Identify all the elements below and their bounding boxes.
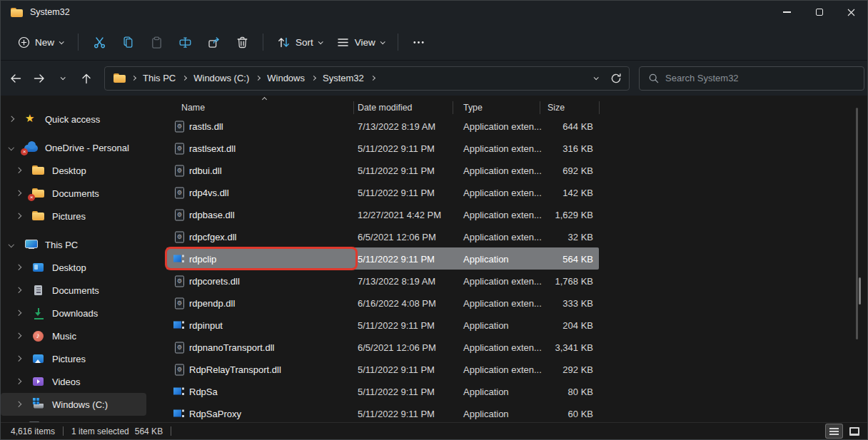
rename-icon xyxy=(178,36,192,49)
file-row[interactable]: RdpRelayTransport.dll 5/11/2022 9:11 PM … xyxy=(163,358,599,380)
column-divider[interactable] xyxy=(540,101,540,114)
file-date-modified: 5/11/2022 9:11 PM xyxy=(358,165,435,175)
file-icon xyxy=(173,275,185,286)
expander-chevron-icon[interactable] xyxy=(9,145,21,150)
file-row[interactable]: rastlsext.dll 5/11/2022 9:11 PM Applicat… xyxy=(163,137,599,159)
expander-chevron-icon[interactable] xyxy=(16,265,29,270)
sidebar-item[interactable]: Pictures xyxy=(1,347,163,370)
share-button[interactable] xyxy=(199,29,228,55)
sidebar-item[interactable]: Desktop xyxy=(1,159,163,182)
expander-chevron-icon[interactable] xyxy=(16,168,29,173)
sidebar-item-label: Music xyxy=(52,331,76,342)
explorer-body: Quick access OneDrive - Personal Desktop xyxy=(1,96,867,422)
delete-button[interactable] xyxy=(228,29,256,55)
breadcrumb-item[interactable]: System32 xyxy=(321,73,365,83)
close-button[interactable] xyxy=(835,1,867,24)
file-row[interactable]: rdp4vs.dll 5/11/2022 9:11 PM Application… xyxy=(163,181,599,203)
file-list-scrollbar[interactable] xyxy=(859,277,861,305)
column-header-name[interactable]: Name xyxy=(181,103,205,113)
file-row[interactable]: rdpendp.dll 6/16/2022 4:08 PM Applicatio… xyxy=(163,292,599,314)
column-divider[interactable] xyxy=(599,101,600,114)
file-date-modified: 5/11/2022 9:11 PM xyxy=(358,364,435,374)
file-row[interactable]: RdpSa 5/11/2022 9:11 PM Application 80 K… xyxy=(163,380,599,402)
sidebar-item[interactable]: Videos xyxy=(1,370,163,393)
maximize-button[interactable] xyxy=(803,1,835,24)
expander-chevron-icon[interactable] xyxy=(9,242,21,247)
up-button[interactable] xyxy=(74,66,98,90)
expander-chevron-icon[interactable] xyxy=(9,117,21,121)
file-row[interactable]: rdpclip 5/11/2022 9:11 PM Application 56… xyxy=(163,247,599,270)
expander-chevron-icon[interactable] xyxy=(16,334,29,338)
expander-chevron-icon[interactable] xyxy=(16,214,29,218)
file-date-modified: 5/11/2022 9:11 PM xyxy=(358,143,435,153)
expander-chevron-icon[interactable] xyxy=(16,191,29,195)
file-date-modified: 6/16/2022 4:08 PM xyxy=(358,297,436,308)
ellipsis-icon xyxy=(412,36,425,49)
minimize-button[interactable] xyxy=(771,1,803,24)
recent-locations-button[interactable] xyxy=(51,66,74,90)
expander-chevron-icon[interactable] xyxy=(16,402,29,406)
breadcrumb-item[interactable]: This PC xyxy=(141,73,177,83)
status-divider xyxy=(171,426,171,436)
file-row[interactable]: rdpcfgex.dll 6/5/2021 12:06 PM Applicati… xyxy=(163,225,599,247)
file-row[interactable]: RdpSaProxy 5/11/2022 9:11 PM Application… xyxy=(163,402,599,422)
column-header-date-modified[interactable]: Date modified xyxy=(358,103,412,113)
file-name: rdbui.dll xyxy=(189,165,222,175)
column-header-type[interactable]: Type xyxy=(463,103,483,113)
sidebar-item-icon xyxy=(24,238,39,251)
sidebar-item[interactable]: Music xyxy=(1,324,163,347)
sidebar-item-icon xyxy=(31,187,46,200)
file-size: 1,629 KB xyxy=(540,209,593,220)
file-name: RdpSa xyxy=(189,386,218,396)
file-icon xyxy=(173,253,185,264)
sidebar-item[interactable]: This PC xyxy=(1,233,163,256)
back-button[interactable] xyxy=(4,66,27,90)
address-dropdown-icon[interactable] xyxy=(594,75,599,80)
search-input[interactable] xyxy=(665,73,857,83)
search-box xyxy=(639,66,864,91)
expander-chevron-icon[interactable] xyxy=(16,379,29,384)
sidebar-item[interactable]: Windows (C:) xyxy=(1,393,146,416)
sidebar-item[interactable]: Documents xyxy=(1,182,163,205)
file-row[interactable]: rdbui.dll 5/11/2022 9:11 PM Application … xyxy=(163,159,599,181)
expander-chevron-icon[interactable] xyxy=(16,357,29,361)
sidebar-item[interactable]: Desktop xyxy=(1,256,163,279)
address-bar[interactable]: This PC Windows (C:) Windows Sys xyxy=(104,66,630,91)
details-view-toggle[interactable] xyxy=(826,424,842,438)
breadcrumb-item[interactable]: Windows (C:) xyxy=(192,73,251,83)
column-divider[interactable] xyxy=(453,101,453,114)
breadcrumb-item[interactable]: Windows xyxy=(266,73,306,83)
rename-button[interactable] xyxy=(171,29,199,55)
cut-button[interactable] xyxy=(85,29,113,55)
sort-button[interactable]: Sort xyxy=(270,29,329,55)
forward-button[interactable] xyxy=(27,66,51,90)
sidebar-item[interactable]: Pictures xyxy=(1,205,163,227)
thumbnails-view-toggle[interactable] xyxy=(846,424,862,438)
sidebar-item[interactable]: Documents xyxy=(1,279,163,302)
sort-icon xyxy=(277,36,291,49)
file-row[interactable]: rdpbase.dll 12/27/2021 4:42 PM Applicati… xyxy=(163,203,599,225)
column-divider[interactable] xyxy=(353,101,354,114)
more-options-button[interactable] xyxy=(405,29,433,55)
sidebar-item[interactable]: Quick access xyxy=(1,108,163,131)
file-row[interactable]: rdpnanoTransport.dll 6/5/2021 12:06 PM A… xyxy=(163,336,599,358)
file-size: 644 KB xyxy=(540,121,593,131)
view-button[interactable]: View xyxy=(329,29,391,55)
sidebar-item[interactable]: Downloads xyxy=(1,302,163,324)
column-header-size[interactable]: Size xyxy=(547,103,565,113)
new-button[interactable]: New xyxy=(9,29,71,55)
copy-button[interactable] xyxy=(113,29,142,55)
minimize-icon xyxy=(783,11,791,12)
sidebar-item-label: Videos xyxy=(52,377,81,387)
copy-icon xyxy=(121,36,135,49)
file-row[interactable]: rastls.dll 7/13/2022 8:19 AM Application… xyxy=(163,115,599,137)
file-row[interactable]: rdpinput 5/11/2022 9:11 PM Application 2… xyxy=(163,314,599,336)
sidebar-item[interactable]: OneDrive - Personal xyxy=(1,136,163,159)
file-row[interactable]: rdpcorets.dll 7/13/2022 8:19 AM Applicat… xyxy=(163,270,599,292)
expander-chevron-icon[interactable] xyxy=(16,311,29,315)
file-icon xyxy=(173,187,185,198)
paste-button[interactable] xyxy=(142,29,171,55)
expander-chevron-icon[interactable] xyxy=(16,288,29,292)
refresh-icon[interactable] xyxy=(610,73,622,84)
sidebar: Quick access OneDrive - Personal Desktop xyxy=(1,96,163,422)
